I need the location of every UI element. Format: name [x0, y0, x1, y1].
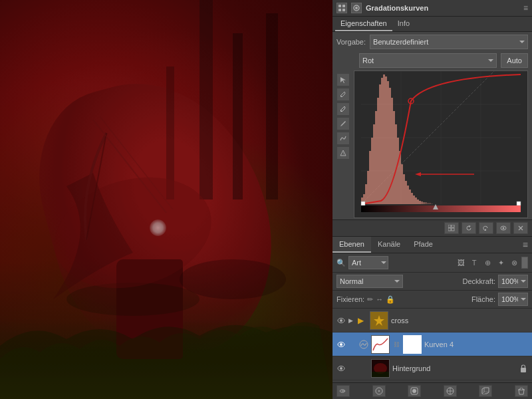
svg-rect-58 [423, 202, 425, 204]
fix-move-icon[interactable]: ↔ [376, 295, 383, 304]
svg-rect-60 [427, 203, 429, 204]
svg-rect-30 [367, 171, 369, 204]
svg-point-90 [412, 389, 416, 393]
svg-rect-67 [517, 201, 521, 205]
filter-icons-row: 🖼 T ⊕ ✦ ⊗ [455, 257, 528, 269]
filter-type-btn[interactable]: T [468, 257, 480, 269]
layers-btn-mask[interactable] [408, 385, 421, 397]
layer-row-kurven4[interactable]: ⛓ Kurven 4 [332, 332, 532, 356]
folder-icon-cross: ▶ [358, 316, 367, 325]
fix-pencil-icon[interactable]: ✏ [367, 295, 373, 304]
svg-rect-52 [411, 193, 413, 204]
right-panel: Gradationskurven ≡ Eigenschaften Info Vo… [332, 0, 532, 399]
filter-type-select[interactable]: Art [348, 256, 388, 269]
expand-arrow-cross[interactable]: ▶ [348, 317, 355, 324]
fill-select[interactable]: 100% [498, 293, 528, 306]
tab-pfade[interactable]: Pfade [407, 237, 440, 253]
opacity-select[interactable]: 100% [498, 275, 528, 288]
filter-adjustment-btn[interactable]: ⊕ [481, 257, 493, 269]
layer-row-hintergrund[interactable]: Hintergrund [332, 356, 532, 380]
svg-rect-45 [397, 138, 399, 204]
tab-eigenschaften[interactable]: Eigenschaften [335, 17, 392, 31]
svg-point-5 [66, 283, 200, 316]
layer-visibility-hintergrund[interactable] [336, 364, 346, 373]
svg-rect-12 [338, 9, 341, 11]
main-image [0, 0, 332, 399]
tab-row: Eigenschaften Info [332, 17, 532, 32]
layer-row-cross[interactable]: ▶ ▶ cross [332, 309, 532, 332]
layers-btn-delete[interactable] [515, 385, 528, 397]
svg-rect-61 [429, 203, 431, 204]
filter-vector-btn[interactable]: ⊗ [508, 257, 520, 269]
vorgabe-row: Vorgabe: Benutzerdefiniert [332, 32, 532, 52]
svg-point-83 [340, 367, 342, 370]
svg-rect-13 [342, 9, 345, 11]
layer-visibility-cross[interactable] [336, 316, 346, 325]
svg-rect-32 [371, 138, 373, 204]
svg-rect-87 [521, 368, 526, 372]
panel-icon2[interactable] [351, 3, 362, 13]
panel-header: Gradationskurven ≡ [332, 0, 532, 17]
svg-rect-47 [401, 164, 403, 204]
layers-btn-link[interactable] [336, 385, 350, 397]
layers-btn-adjustment[interactable] [444, 385, 457, 397]
svg-rect-34 [375, 111, 377, 204]
fix-label: Fixieren: [336, 295, 364, 303]
layers-menu-icon[interactable]: ≡ [519, 239, 532, 250]
filter-search-icon: 🔍 [336, 259, 346, 267]
svg-point-15 [355, 7, 358, 9]
svg-rect-48 [403, 174, 405, 204]
svg-rect-2 [266, 13, 278, 200]
curves-tool-refresh[interactable] [462, 222, 476, 234]
layers-btn-group[interactable] [479, 385, 492, 397]
blend-mode-select[interactable]: Normal [336, 275, 403, 288]
layer-chain-kurven4: ⛓ [392, 340, 400, 348]
pencil-tool[interactable] [336, 117, 350, 130]
eyedropper2-tool[interactable] [336, 102, 350, 116]
svg-rect-70 [448, 225, 451, 227]
eyedropper-tool[interactable] [336, 88, 350, 101]
filter-smart-btn[interactable]: ✦ [495, 257, 507, 269]
channel-select[interactable]: Rot Grün Blau RGB [359, 53, 497, 68]
pointer-tool[interactable] [336, 73, 350, 86]
tools-sidebar: ! [334, 70, 352, 218]
svg-rect-62 [431, 203, 433, 204]
filter-image-btn[interactable]: 🖼 [455, 257, 467, 269]
svg-rect-39 [385, 76, 387, 204]
graph-container[interactable] [354, 70, 528, 218]
curves-tool-delete[interactable] [513, 222, 528, 234]
tab-ebenen[interactable]: Ebenen [332, 237, 371, 253]
auto-button[interactable]: Auto [501, 53, 528, 68]
filter-toggle[interactable] [521, 257, 528, 269]
panel-title: Gradationskurven [366, 4, 428, 12]
svg-rect-66 [361, 201, 365, 205]
svg-rect-72 [448, 228, 451, 231]
fix-lock-icon[interactable]: 🔒 [386, 295, 395, 304]
svg-rect-44 [395, 124, 397, 204]
svg-rect-11 [342, 5, 345, 7]
layer-name-hintergrund: Hintergrund [392, 364, 517, 372]
layer-name-cross: cross [391, 317, 528, 325]
warning-tool[interactable]: ! [336, 146, 350, 160]
curves-tool-visibility[interactable] [496, 222, 511, 234]
curves-tool-grid[interactable] [444, 222, 459, 234]
panel-icon1[interactable] [336, 3, 347, 13]
fill-label: Fläche: [471, 295, 495, 303]
image-svg-overlay [0, 0, 332, 399]
layer-type-icon-hintergrund [359, 364, 368, 373]
layer-name-kurven4: Kurven 4 [424, 340, 528, 348]
vorgabe-select[interactable]: Benutzerdefiniert [370, 35, 528, 49]
layer-thumb-kurven4 [371, 335, 390, 354]
layer-visibility-kurven4[interactable] [336, 340, 346, 349]
tab-kanaele[interactable]: Kanäle [371, 237, 407, 253]
svg-rect-71 [452, 225, 454, 227]
main-image-area [0, 0, 332, 399]
svg-point-17 [340, 110, 342, 112]
svg-rect-57 [421, 201, 423, 204]
curves-tool-undo[interactable] [479, 222, 493, 234]
panel-menu-icon[interactable]: ≡ [523, 3, 528, 13]
fix-icons: ✏ ↔ 🔒 [367, 295, 395, 304]
smooth-tool[interactable] [336, 132, 350, 145]
layers-btn-style[interactable] [372, 385, 386, 397]
tab-info[interactable]: Info [392, 17, 415, 31]
